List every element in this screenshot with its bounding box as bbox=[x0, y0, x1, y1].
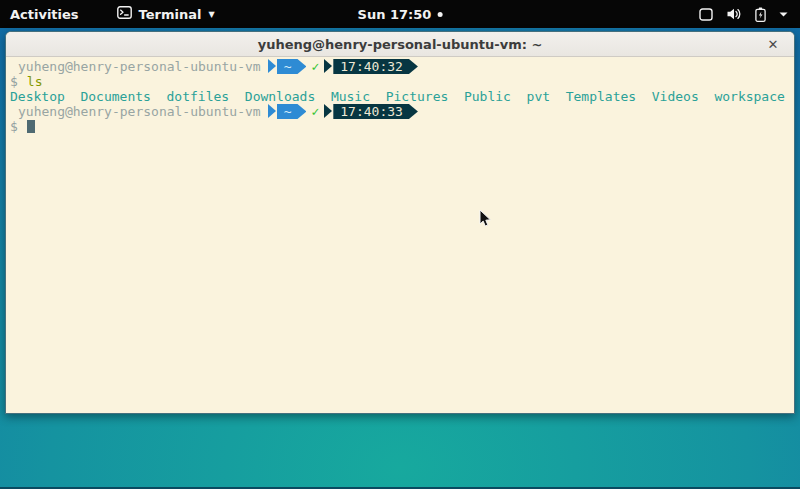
status-check-icon: ✓ bbox=[311, 59, 319, 74]
powerline-arrow-icon bbox=[324, 104, 332, 118]
terminal-screen[interactable]: yuheng@henry-personal-ubuntu-vm ~ ✓ 17:4… bbox=[6, 57, 794, 413]
ls-output-line: Desktop Documents dotfiles Downloads Mus… bbox=[10, 89, 790, 104]
powerline-cwd-segment: ~ bbox=[268, 104, 307, 119]
chevron-down-icon bbox=[779, 12, 788, 17]
powerline-arrow-icon bbox=[268, 59, 276, 73]
notification-dot-icon bbox=[437, 12, 442, 17]
clock-button[interactable]: Sun 17:50 bbox=[358, 0, 443, 28]
command-text: ls bbox=[27, 74, 43, 89]
directory-list: Desktop Documents dotfiles Downloads Mus… bbox=[10, 89, 785, 104]
chevron-down-icon: ▼ bbox=[208, 11, 214, 19]
app-menu-terminal[interactable]: Terminal ▼ bbox=[117, 0, 215, 28]
terminal-app-icon bbox=[117, 6, 132, 22]
prompt-user-host: yuheng@henry-personal-ubuntu-vm bbox=[18, 104, 261, 119]
prompt-dollar: $ bbox=[10, 119, 18, 134]
window-title: yuheng@henry-personal-ubuntu-vm: ~ bbox=[258, 37, 543, 52]
window-titlebar[interactable]: yuheng@henry-personal-ubuntu-vm: ~ ✕ bbox=[6, 32, 794, 57]
top-bar: Activities Terminal ▼ Sun 17:50 bbox=[0, 0, 800, 28]
mouse-cursor-icon bbox=[479, 209, 492, 232]
activities-button[interactable]: Activities bbox=[0, 0, 89, 28]
desktop: Activities Terminal ▼ Sun 17:50 bbox=[0, 0, 800, 489]
prompt-time: 17:40:33 bbox=[333, 104, 418, 119]
clock-label: Sun 17:50 bbox=[358, 7, 432, 22]
terminal-window: yuheng@henry-personal-ubuntu-vm: ~ ✕ yuh… bbox=[5, 31, 795, 414]
command-line: $ ls bbox=[10, 74, 790, 89]
system-status-area[interactable] bbox=[695, 0, 792, 28]
powerline-arrow-icon bbox=[324, 59, 332, 73]
prompt-line: yuheng@henry-personal-ubuntu-vm ~ ✓ 17:4… bbox=[10, 59, 790, 74]
powerline-arrow-icon bbox=[268, 104, 276, 118]
prompt-cwd: ~ bbox=[277, 104, 307, 119]
powerline-time-segment: 17:40:32 bbox=[324, 59, 418, 74]
powerline-cwd-segment: ~ bbox=[268, 59, 307, 74]
battery-charging-icon bbox=[755, 7, 766, 22]
prompt-cwd: ~ bbox=[277, 59, 307, 74]
prompt-line: yuheng@henry-personal-ubuntu-vm ~ ✓ 17:4… bbox=[10, 104, 790, 119]
prompt-dollar: $ bbox=[10, 74, 18, 89]
display-icon bbox=[699, 8, 713, 21]
terminal-cursor bbox=[27, 120, 35, 133]
input-line[interactable]: $ bbox=[10, 119, 790, 134]
close-button[interactable]: ✕ bbox=[762, 32, 784, 56]
volume-icon bbox=[726, 7, 742, 21]
prompt-user-host: yuheng@henry-personal-ubuntu-vm bbox=[18, 59, 261, 74]
app-menu-label: Terminal bbox=[139, 7, 202, 22]
powerline-time-segment: 17:40:33 bbox=[324, 104, 418, 119]
prompt-time: 17:40:32 bbox=[333, 59, 418, 74]
status-check-icon: ✓ bbox=[311, 104, 319, 119]
